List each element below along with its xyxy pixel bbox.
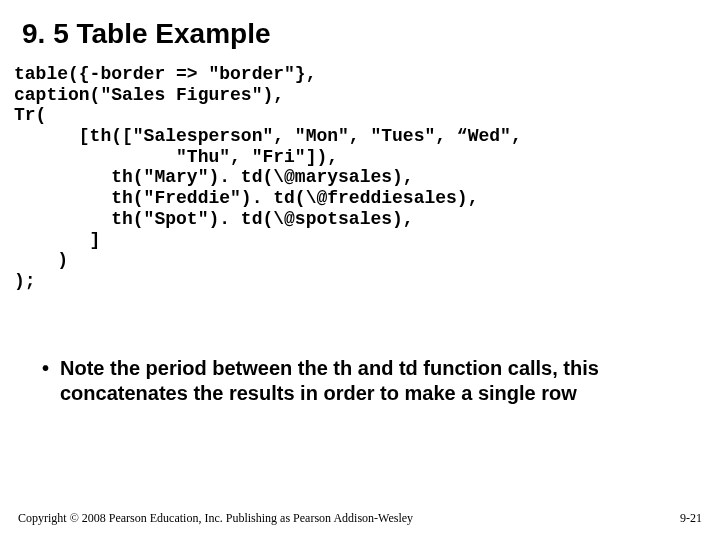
code-block: table({-border => "border"}, caption("Sa… [14, 64, 702, 292]
page-number: 9-21 [680, 511, 702, 526]
copyright-text: Copyright © 2008 Pearson Education, Inc.… [18, 511, 413, 526]
note-bullet: Note the period between the th and td fu… [42, 356, 702, 406]
slide-title: 9. 5 Table Example [22, 18, 702, 50]
slide: 9. 5 Table Example table({-border => "bo… [0, 0, 720, 540]
footer: Copyright © 2008 Pearson Education, Inc.… [18, 511, 702, 526]
note-section: Note the period between the th and td fu… [18, 356, 702, 406]
